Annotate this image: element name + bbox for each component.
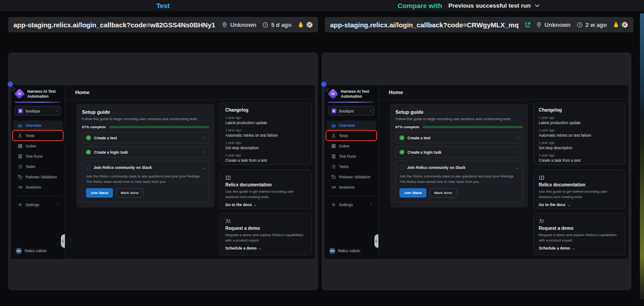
task-join-slack-header[interactable]: Join Relicx community on Slack ⌄ (86, 164, 205, 171)
pending-circle-icon (86, 165, 90, 170)
chevron-right-icon: › (204, 150, 205, 154)
task-create-a-login-task[interactable]: ✓ Create a login task › (395, 147, 523, 158)
test-panel-title: Test (8, 0, 318, 11)
task-create-a-login-task[interactable]: ✓ Create a login task › (82, 147, 209, 158)
compare-url-meta: Unknown 2 w ago (525, 22, 628, 28)
compare-controls: Compare with Previous successful test ru… (398, 0, 540, 11)
chevron-right-icon: › (204, 136, 205, 140)
task-create-a-test[interactable]: ✓ Create a test › (82, 132, 209, 143)
project-selector[interactable]: B boutique › (328, 106, 374, 116)
sidebar-item-test-runs[interactable]: Test Runs (13, 151, 63, 161)
app-brand: AI Harness AI Test Automation (325, 85, 378, 102)
sidebar-item-settings[interactable]: Settings › (13, 200, 63, 209)
task-create-a-test[interactable]: ✓ Create a test › (395, 132, 523, 143)
setup-guide-card: Setup guide Follow this guide to begin r… (77, 104, 215, 207)
sidebar-item-tasks[interactable]: Tasks (13, 162, 63, 171)
go-to-docs-link[interactable]: Go to the docs → (225, 203, 306, 207)
test-url-meta: Unknown 5 d ago (222, 22, 313, 28)
video-icon (17, 185, 22, 190)
adjacent-screenshot-edge (640, 13, 644, 299)
page-header: Home (65, 85, 315, 100)
release-icon (17, 175, 22, 179)
sidebar-item-tasks[interactable]: Tasks (326, 162, 376, 171)
task-join-slack-description: Join the Relicx community slack to ask q… (399, 174, 519, 184)
chevron-right-icon: › (57, 203, 58, 207)
test-url-text: app-staging.relicx.ai/login_callback?cod… (13, 21, 215, 29)
setup-guide-card: Setup guide Follow this guide to begin r… (390, 104, 528, 207)
compare-target-dropdown[interactable]: Previous successful test run (448, 2, 540, 9)
request-demo-title: Request a demo (539, 226, 620, 231)
book-icon (225, 175, 231, 181)
sidebar-collapse-handle[interactable] (61, 234, 65, 248)
chevron-right-icon: › (370, 203, 372, 207)
compare-with-label: Compare with (398, 2, 442, 9)
cursor-marker (324, 84, 330, 91)
people-icon (539, 219, 545, 224)
setup-guide-description: Follow this guide to begin recording use… (82, 117, 209, 121)
setup-progress: 67% complete (82, 125, 209, 129)
join-slack-button[interactable]: Join Slack (86, 188, 113, 198)
list-icon (331, 164, 336, 169)
task-buttons: Join Slack Mark done (399, 188, 519, 198)
mark-done-button[interactable]: Mark done (116, 188, 144, 198)
schedule-demo-link[interactable]: Schedule a demo → (539, 246, 620, 250)
people-icon (225, 219, 231, 224)
sidebar-collapse-handle[interactable] (374, 234, 378, 248)
project-selector[interactable]: B boutique › (15, 106, 61, 116)
sidebar-item-sessions[interactable]: Sessions (13, 182, 63, 192)
sidebar-item-test-runs[interactable]: Test Runs (326, 151, 376, 161)
sidebar-item-overview[interactable]: Overview (326, 121, 376, 130)
linux-icon (298, 22, 304, 28)
changelog-card: Changelog 1 year ago Latest production u… (220, 103, 312, 165)
sidebar-item-suites[interactable]: Suites (326, 141, 376, 151)
external-link-icon[interactable] (525, 22, 531, 28)
changelog-entry: 1 year ago Latest production update (539, 116, 620, 125)
progress-bar (109, 126, 209, 128)
chevron-right-icon: › (517, 150, 519, 154)
app-brand-text: Harness AI Test Automation (341, 89, 369, 99)
sidebar-item-tests[interactable]: Tests (326, 131, 376, 140)
request-demo-description: Request a demo and explore Relicx's capa… (539, 233, 620, 243)
user-row[interactable]: RA Relicx Admin (325, 248, 378, 259)
progress-bar (423, 126, 523, 128)
request-demo-description: Request a demo and explore Relicx's capa… (225, 233, 306, 243)
test-age-value: 5 d ago (271, 22, 292, 28)
join-slack-button[interactable]: Join Slack (399, 188, 426, 198)
sidebar-item-suites[interactable]: Suites (13, 141, 63, 151)
task-buttons: Join Slack Mark done (86, 188, 205, 198)
mark-done-button[interactable]: Mark done (429, 188, 457, 198)
sidebar-spacer (11, 209, 64, 248)
linux-icon (613, 22, 619, 28)
progress-label: 67% complete (395, 125, 419, 129)
sidebar-item-sessions[interactable]: Sessions (326, 182, 376, 192)
chevron-down-icon: ⌄ (515, 166, 519, 170)
changelog-entry: 1 year ago Create a task from a test (225, 153, 306, 163)
schedule-demo-link[interactable]: Schedule a demo → (225, 246, 306, 250)
sidebar-item-tests[interactable]: Tests (13, 131, 63, 140)
test-url-bar[interactable]: app-staging.relicx.ai/login_callback?cod… (8, 17, 318, 32)
documentation-description: Use this guide to get started recording … (539, 189, 620, 199)
chevron-down-icon: ⌄ (202, 166, 205, 170)
user-name: Relicx Admin (25, 249, 47, 253)
setup-guide-title: Setup guide (395, 109, 523, 115)
setup-guide-description: Follow this guide to begin recording use… (395, 117, 523, 121)
compare-url-bar[interactable]: app-staging.relicx.ai/login_callback?cod… (325, 17, 633, 32)
compare-screenshot-frame: AI Harness AI Test Automation B boutique… (322, 52, 631, 290)
location-pin-icon (536, 22, 542, 28)
sidebar-item-settings[interactable]: Settings › (326, 200, 376, 209)
sidebar-item-overview[interactable]: Overview (13, 121, 63, 130)
app-sidebar: AI Harness AI Test Automation B boutique… (11, 85, 65, 259)
go-to-docs-link[interactable]: Go to the docs → (539, 203, 620, 207)
project-badge: B (331, 108, 336, 113)
sidebar-item-release-validation[interactable]: Release Validation (13, 172, 63, 181)
home-icon (17, 123, 22, 128)
app-sidebar: AI Harness AI Test Automation B boutique… (325, 85, 378, 259)
compare-location-value: Unknown (545, 22, 571, 28)
video-icon (331, 185, 336, 190)
sidebar-nav: Overview Tests Suites Test Runs (325, 120, 378, 192)
sidebar-divider (328, 196, 374, 196)
chrome-icon (622, 22, 628, 28)
sidebar-item-release-validation[interactable]: Release Validation (326, 172, 376, 181)
task-join-slack-header[interactable]: Join Relicx community on Slack ⌄ (399, 164, 519, 171)
user-row[interactable]: RA Relicx Admin (11, 248, 64, 259)
